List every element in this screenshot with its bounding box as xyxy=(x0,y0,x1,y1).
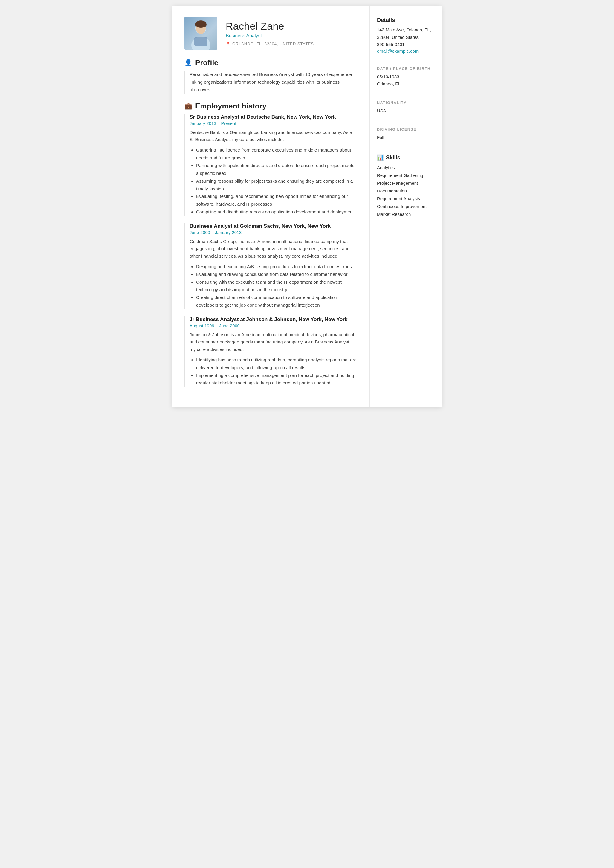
bullet-item: Gathering intelligence from corporate ex… xyxy=(196,146,358,162)
dob-section: DATE / PLACE OF BIRTH 05/10/1983 Orlando… xyxy=(377,67,434,88)
sidebar-driving: Full xyxy=(377,134,434,141)
job-desc-3: Johnson & Johnson is an American multina… xyxy=(189,331,358,353)
driving-label: DRIVING LICENSE xyxy=(377,127,434,132)
profile-header: 👤 Profile xyxy=(185,59,358,67)
skill-project-management: Project Management xyxy=(377,179,434,187)
job-item-2: Business Analyst at Goldman Sachs, New Y… xyxy=(185,223,358,309)
sidebar-dob-place: Orlando, FL xyxy=(377,81,434,88)
sidebar-address: 143 Main Ave, Orlando, FL, 32804, United… xyxy=(377,26,434,41)
candidate-name: Rachel Zane xyxy=(226,21,358,32)
skill-documentation: Documentation xyxy=(377,187,434,195)
bullet-item: Evaluating, testing, and recommending ne… xyxy=(196,192,358,208)
skills-section: 📊 Skills Analytics Requirement Gathering… xyxy=(377,154,434,218)
resume-page: Rachel Zane Business Analyst 📍 ORLANDO, … xyxy=(172,6,442,407)
sidebar-divider-3 xyxy=(377,122,434,122)
profile-section: 👤 Profile Personable and process-oriente… xyxy=(185,59,358,93)
profile-title: Profile xyxy=(195,59,218,67)
sidebar-nationality: USA xyxy=(377,107,434,115)
details-section: Details 143 Main Ave, Orlando, FL, 32804… xyxy=(377,17,434,54)
skills-bar-icon: 📊 xyxy=(377,154,384,161)
job-bullets-2: Designing and executing A/B testing proc… xyxy=(189,263,358,309)
sidebar-phone: 890-555-0401 xyxy=(377,41,434,48)
bullet-item: Identifying business trends utilizing re… xyxy=(196,356,358,372)
location-pin-icon: 📍 xyxy=(226,42,231,46)
bullet-item: Compiling and distributing reports on ap… xyxy=(196,208,358,216)
details-title: Details xyxy=(377,17,434,23)
bullet-item: Assuming responsibility for project task… xyxy=(196,177,358,193)
sidebar-column: Details 143 Main Ave, Orlando, FL, 32804… xyxy=(370,6,442,407)
job-title-3: Jr Business Analyst at Johnson & Johnson… xyxy=(189,316,358,322)
driving-section: DRIVING LICENSE Full xyxy=(377,127,434,141)
dob-label: DATE / PLACE OF BIRTH xyxy=(377,67,434,71)
candidate-title: Business Analyst xyxy=(226,33,358,39)
job-bullets-1: Gathering intelligence from corporate ex… xyxy=(189,146,358,216)
job-item-3: Jr Business Analyst at Johnson & Johnson… xyxy=(185,316,358,387)
job-title-1: Sr Business Analyst at Deutsche Bank, Ne… xyxy=(189,114,358,120)
skill-requirement-gathering: Requirement Gathering xyxy=(377,172,434,179)
bullet-item: Partnering with application directors an… xyxy=(196,162,358,177)
main-column: Rachel Zane Business Analyst 📍 ORLANDO, … xyxy=(172,6,370,407)
job-dates-2: June 2000 – January 2013 xyxy=(189,230,358,235)
bullet-item: Consulting with the executive team and t… xyxy=(196,278,358,294)
resume-header: Rachel Zane Business Analyst 📍 ORLANDO, … xyxy=(185,17,358,50)
job-item-1: Sr Business Analyst at Deutsche Bank, Ne… xyxy=(185,114,358,216)
skill-requirement-analysis: Requirement Analysis xyxy=(377,195,434,203)
sidebar-divider-2 xyxy=(377,95,434,95)
candidate-location: 📍 ORLANDO, FL, 32804, UNITED STATES xyxy=(226,42,358,46)
skill-market-research: Market Research xyxy=(377,211,434,218)
skill-continuous-improvement: Continuous Improvement xyxy=(377,203,434,211)
bullet-item: Implementing a comprehensive management … xyxy=(196,372,358,387)
svg-rect-3 xyxy=(194,37,208,46)
job-dates-3: August 1999 – June 2000 xyxy=(189,323,358,328)
bullet-item: Creating direct channels of communicatio… xyxy=(196,293,358,309)
job-title-2: Business Analyst at Goldman Sachs, New Y… xyxy=(189,223,358,229)
header-info: Rachel Zane Business Analyst 📍 ORLANDO, … xyxy=(226,21,358,46)
sidebar-email[interactable]: email@example.com xyxy=(377,49,419,54)
employment-icon: 💼 xyxy=(185,102,192,110)
sidebar-divider-4 xyxy=(377,149,434,149)
job-desc-2: Goldman Sachs Group, Inc. is an American… xyxy=(189,238,358,260)
skill-analytics: Analytics xyxy=(377,164,434,172)
bullet-item: Evaluating and drawing conclusions from … xyxy=(196,271,358,278)
nationality-label: NATIONALITY xyxy=(377,101,434,105)
sidebar-dob: 05/10/1983 xyxy=(377,73,434,81)
employment-title: Employment history xyxy=(195,102,266,110)
skills-title: 📊 Skills xyxy=(377,154,434,161)
job-bullets-3: Identifying business trends utilizing re… xyxy=(189,356,358,387)
avatar xyxy=(185,17,217,50)
job-desc-1: Deutsche Bank is a German global banking… xyxy=(189,129,358,144)
employment-section: 💼 Employment history Sr Business Analyst… xyxy=(185,102,358,387)
job-dates-1: January 2013 – Present xyxy=(189,121,358,126)
nationality-section: NATIONALITY USA xyxy=(377,101,434,115)
employment-header: 💼 Employment history xyxy=(185,102,358,110)
profile-text: Personable and process-oriented Business… xyxy=(185,71,358,93)
svg-point-6 xyxy=(195,21,206,28)
profile-icon: 👤 xyxy=(185,59,192,67)
sidebar-divider-1 xyxy=(377,61,434,61)
bullet-item: Designing and executing A/B testing proc… xyxy=(196,263,358,271)
